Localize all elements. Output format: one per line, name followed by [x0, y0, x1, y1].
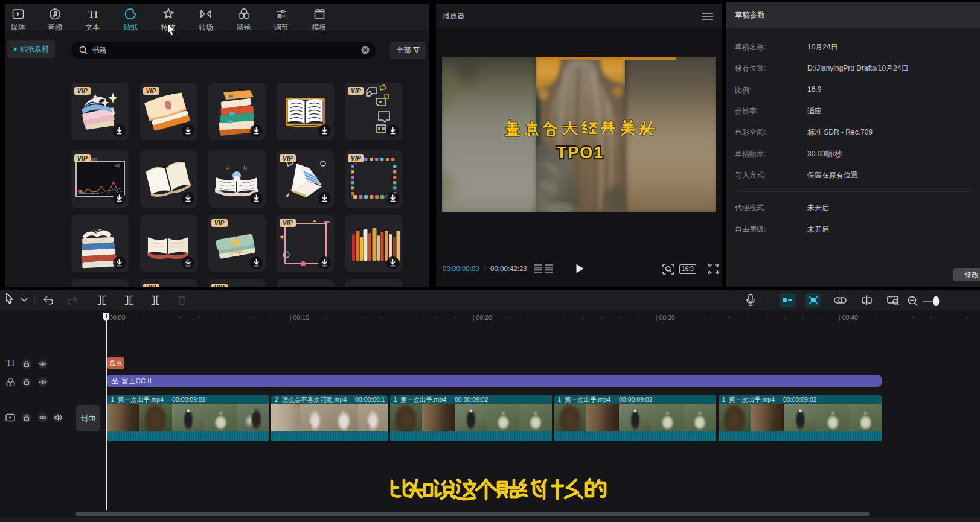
svg-text:HD: HD	[115, 164, 120, 167]
svg-text:TI: TI	[88, 8, 97, 20]
svg-text:♥: ♥	[354, 162, 357, 166]
svg-text:TPO1: TPO1	[557, 144, 604, 162]
